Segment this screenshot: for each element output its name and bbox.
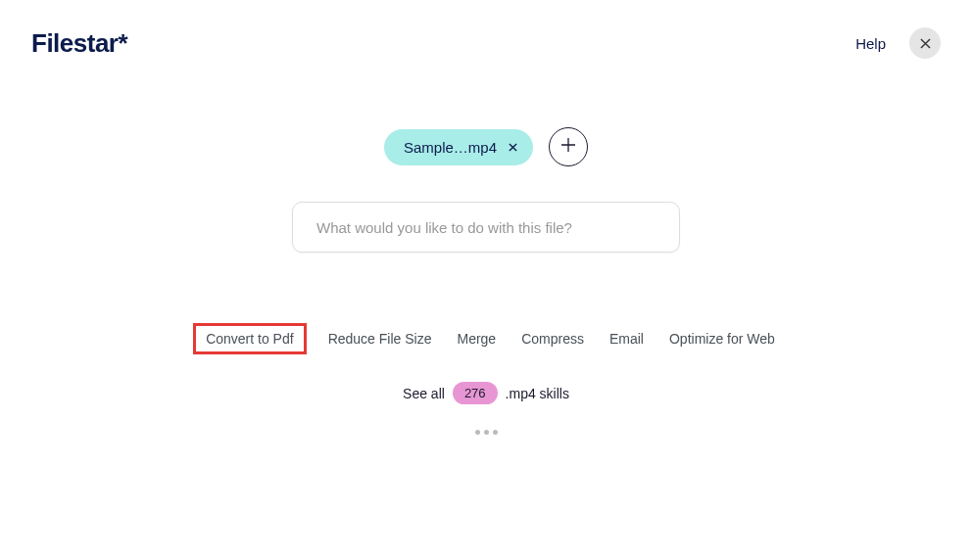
help-link[interactable]: Help — [855, 35, 886, 52]
file-chip-name: Sample…mp4 — [404, 139, 497, 156]
skill-optimize-for-web[interactable]: Optimize for Web — [665, 325, 779, 352]
main-content: Sample…mp4 Convert to Pdf Reduce File Si… — [0, 59, 972, 435]
see-all-suffix: .mp4 skills — [506, 386, 569, 401]
header-right: Help — [855, 27, 941, 59]
file-row: Sample…mp4 — [384, 127, 588, 166]
file-chip-remove-icon[interactable] — [509, 140, 517, 155]
see-all-skills-link[interactable]: See all 276 .mp4 skills — [403, 382, 569, 404]
search-input[interactable] — [292, 202, 680, 253]
close-icon — [920, 35, 931, 52]
skill-convert-to-pdf[interactable]: Convert to Pdf — [193, 323, 307, 354]
skill-reduce-file-size[interactable]: Reduce File Size — [324, 325, 436, 352]
dots-icon — [475, 430, 498, 435]
close-button[interactable] — [909, 27, 941, 59]
skills-count-badge: 276 — [453, 382, 498, 404]
skill-merge[interactable]: Merge — [453, 325, 500, 352]
see-all-prefix: See all — [403, 386, 445, 401]
header: Filestar* Help — [0, 0, 972, 59]
skills-row: Convert to Pdf Reduce File Size Merge Co… — [193, 323, 779, 354]
app-logo: Filestar* — [31, 28, 127, 59]
file-chip[interactable]: Sample…mp4 — [384, 129, 533, 165]
plus-icon — [561, 138, 575, 156]
add-file-button[interactable] — [549, 127, 588, 166]
skill-email[interactable]: Email — [606, 325, 648, 352]
skills-section: Convert to Pdf Reduce File Size Merge Co… — [193, 323, 779, 435]
skill-compress[interactable]: Compress — [517, 325, 588, 352]
